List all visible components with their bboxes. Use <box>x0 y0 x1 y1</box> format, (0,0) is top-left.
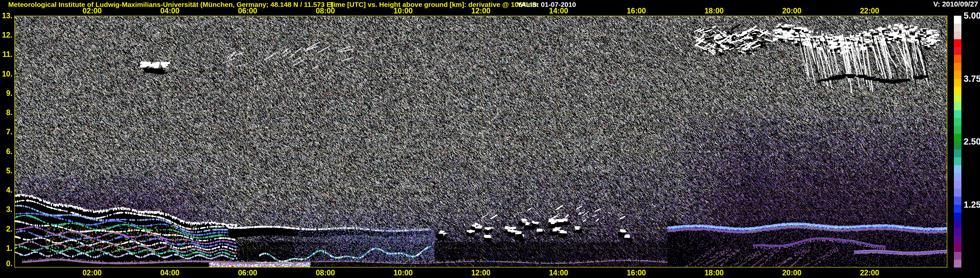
y-axis-label: 7. <box>0 128 13 136</box>
colorbar-segment <box>954 157 961 165</box>
y-axis-label: 0. <box>0 259 13 268</box>
colorbar-segment <box>954 252 961 260</box>
colorbar-label: 2.50 <box>964 136 980 147</box>
colorbar-segment <box>954 16 961 24</box>
y-axis-label: 6. <box>0 147 13 156</box>
colorbar-segment <box>954 244 961 252</box>
x-axis-label-bottom: 12:00 <box>465 268 497 277</box>
x-axis-label-top: 16:00 <box>620 6 653 15</box>
x-axis-label-top: 22:00 <box>853 6 886 15</box>
x-axis-label-bottom: 04:00 <box>154 268 186 277</box>
x-axis-label-bottom: 22:00 <box>853 268 886 277</box>
plot-title: Time [UTC] vs. Height above ground [km]:… <box>329 1 538 8</box>
y-axis-label: 9. <box>0 89 13 97</box>
y-axis-label: 3. <box>0 205 13 214</box>
colorbar-segment <box>954 220 961 228</box>
y-axis-label: 11. <box>0 50 13 59</box>
colorbar-segment <box>954 24 961 31</box>
colorbar-label: 3.75 <box>964 73 980 84</box>
colorbar-segment <box>954 228 961 236</box>
x-axis-label-top: 14:00 <box>542 6 575 15</box>
lidar-plot-canvas <box>14 16 947 268</box>
x-axis-label-top: 06:00 <box>231 6 264 15</box>
x-axis-label-bottom: 18:00 <box>698 268 730 277</box>
x-axis-label-top: 04:00 <box>154 6 186 15</box>
colorbar-segment <box>954 260 961 268</box>
colorbar-segment <box>954 102 961 110</box>
colorbar-segment <box>954 94 961 102</box>
colorbar-segment <box>954 189 961 197</box>
colorbar-segment <box>954 149 961 157</box>
colorbar-segment <box>954 87 961 94</box>
x-axis-label-bottom: 16:00 <box>620 268 653 277</box>
x-axis-label-top: 20:00 <box>775 6 808 15</box>
colorbar-segment <box>954 63 961 71</box>
y-axis-label: 5. <box>0 166 13 175</box>
x-axis-label-bottom: 14:00 <box>542 268 575 277</box>
x-axis-label-bottom: 08:00 <box>309 268 342 277</box>
colorbar-segment <box>954 55 961 63</box>
y-axis-label: 1. <box>0 244 13 252</box>
y-axis-label: 4. <box>0 186 13 194</box>
colorbar-segment <box>954 173 961 181</box>
colorbar-segment <box>954 165 961 173</box>
y-axis-label: 2. <box>0 225 13 233</box>
colorbar-label: 5.00 <box>964 10 980 21</box>
y-axis-label: 10. <box>0 70 13 78</box>
x-axis-label-top: 02:00 <box>76 6 108 15</box>
x-axis-label-top: 08:00 <box>309 6 342 15</box>
y-axis-label: 12. <box>0 31 13 39</box>
colorbar <box>954 16 961 268</box>
lidar-quicklook-figure: Meteorological Institute of Ludwig-Maxim… <box>0 0 980 278</box>
colorbar-segment <box>954 31 961 39</box>
colorbar-segment <box>954 110 961 118</box>
colorbar-segment <box>954 212 961 220</box>
colorbar-segment <box>954 71 961 78</box>
version-label: V: 2010/09/27 <box>933 0 978 8</box>
x-axis-label-top: 18:00 <box>698 6 730 15</box>
colorbar-segment <box>954 126 961 134</box>
x-axis-label-bottom: 10:00 <box>387 268 420 277</box>
colorbar-segment <box>954 236 961 244</box>
x-axis-label-top: 12:00 <box>465 6 497 15</box>
colorbar-segment <box>954 142 961 149</box>
y-axis-label: 13. <box>0 11 13 20</box>
x-axis-label-bottom: 20:00 <box>775 268 808 277</box>
colorbar-segment <box>954 181 961 189</box>
colorbar-segment <box>954 39 961 47</box>
colorbar-segment <box>954 118 961 126</box>
x-axis-label-bottom: 06:00 <box>231 268 264 277</box>
x-axis-label-top: 10:00 <box>387 6 420 15</box>
colorbar-segment <box>954 134 961 142</box>
y-axis-label: 8. <box>0 108 13 117</box>
x-axis-label-bottom: 02:00 <box>76 268 108 277</box>
colorbar-segment <box>954 197 961 205</box>
colorbar-segment <box>954 79 961 87</box>
colorbar-segment <box>954 205 961 212</box>
colorbar-segment <box>954 47 961 55</box>
colorbar-label: 1.25 <box>964 200 980 210</box>
